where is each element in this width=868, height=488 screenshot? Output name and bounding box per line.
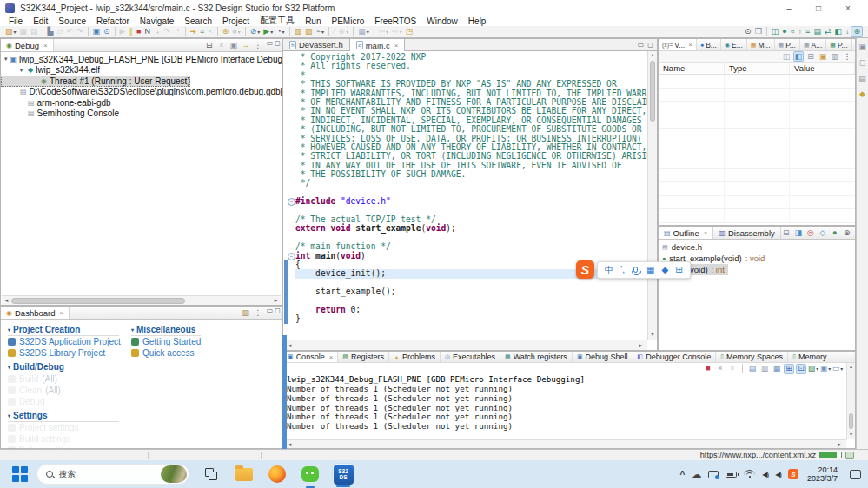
tab-debug[interactable]: ◉ Debug × (1, 39, 54, 51)
download-link-text[interactable]: https://www.nxp.../content.xml.xz (700, 451, 816, 459)
search-source-icon[interactable]: ⊙ (102, 26, 112, 37)
sort-icon[interactable]: ◨ (793, 228, 804, 238)
console-tab[interactable]: ▣Debug Shell (573, 352, 633, 362)
sogou-logo-icon[interactable]: S (576, 260, 594, 279)
console-tab[interactable]: ◎Executables (441, 352, 500, 362)
code-line[interactable]: int main(void) (295, 252, 647, 260)
search-icon[interactable]: ⊙ (743, 26, 753, 37)
dashboard-link[interactable]: S32DS Application Project (8, 336, 119, 347)
word-wrap-icon[interactable]: ▦ (772, 364, 782, 374)
menu-item[interactable]: Window (421, 16, 463, 26)
perspective-8-icon[interactable]: ◧ (832, 26, 844, 37)
remove-all-launches-icon[interactable]: × (727, 364, 738, 374)
variables-stack-tab[interactable]: ▦P... (775, 39, 800, 50)
variables-stack-tab[interactable]: (x)=V...× (659, 39, 697, 50)
variables-stack-tab[interactable]: ●B... (697, 39, 721, 50)
tab-dashboard[interactable]: ◉ Dashboard × (1, 307, 70, 319)
remove-launch-icon[interactable]: × (715, 364, 726, 374)
menu-item[interactable]: 配置工具 (255, 15, 300, 27)
editor-horizontal-scrollbar[interactable]: ◂ ▸ (283, 340, 647, 350)
variables-stack-tab[interactable]: ▦A... (800, 39, 826, 50)
dashboard-link[interactable]: Project settings (8, 422, 119, 433)
debug-launch-node[interactable]: ▾▣lwip_s32K344_Debug_FLASH_PNE [GDB PEMi… (1, 54, 282, 65)
menu-item[interactable]: PEMicro (326, 16, 369, 26)
scroll-left-icon[interactable]: ◂ (2, 297, 11, 304)
scrollbar-thumb[interactable] (849, 413, 853, 429)
clear-console-icon[interactable]: ▤ (747, 364, 758, 374)
console-tab[interactable]: ◧Debugger Console (633, 352, 717, 362)
minimized-palette-icon[interactable]: ◆ (858, 89, 868, 99)
debug-semihosting-node[interactable]: ▤Semihosting Console (1, 109, 119, 120)
ime-chinese-mode-icon[interactable]: 中 (605, 264, 613, 276)
perspective-9-icon[interactable]: ↓ (844, 26, 851, 37)
build-all-icon[interactable]: ▙ (46, 26, 56, 37)
new-wizard-icon[interactable]: ▨▾ (3, 26, 18, 37)
scroll-right-icon[interactable]: ▸ (835, 441, 845, 448)
collapse-all-icon[interactable]: ⊟ (781, 228, 792, 238)
outline-item-device-h[interactable]: ▤device.h (659, 241, 706, 253)
start-button[interactable] (12, 466, 28, 482)
debug-thread-node[interactable]: ◉Thread #1 (Running : User Request) (1, 76, 190, 87)
open-console-icon[interactable]: ▣ (91, 26, 103, 37)
scroll-right-icon[interactable]: ▸ (636, 342, 646, 349)
menu-item[interactable]: Edit (28, 16, 53, 26)
show-on-change-icon[interactable]: ▧▾ (808, 364, 818, 374)
cast-screen-icon[interactable] (708, 471, 719, 478)
scroll-down-icon[interactable]: ▾ (847, 431, 855, 439)
show-type-names-icon[interactable]: ◫ (781, 51, 792, 62)
dashboard-section-title[interactable]: ▾Settings (8, 409, 119, 422)
debug-update-icon[interactable]: ⊛ (221, 26, 231, 37)
wifi-icon[interactable] (744, 470, 755, 478)
ime-punctuation-icon[interactable]: ’, (620, 265, 625, 274)
tree-expander-icon[interactable]: ▾ (17, 67, 25, 74)
console-tab[interactable]: ▲Problems (389, 352, 441, 362)
dashboard-section-title[interactable]: ▾Project Creation (8, 323, 119, 336)
dashboard-link[interactable]: Debug (8, 396, 119, 407)
menu-item[interactable]: File (3, 16, 28, 26)
last-edit-location-icon[interactable]: ◳ (404, 26, 415, 37)
menu-item[interactable]: FreeRTOS (369, 16, 421, 26)
perspective-2-icon[interactable]: ● (780, 26, 788, 37)
new-watch-icon[interactable]: ▣ (818, 51, 828, 62)
perspective-1-icon[interactable]: ◫ (770, 26, 781, 37)
dashboard-link[interactable]: S32DS Library Project (8, 347, 119, 359)
minimize-view-icon[interactable]: ▭ (266, 39, 275, 51)
column-name[interactable]: Name (659, 63, 725, 74)
restart-icon[interactable]: N (142, 26, 152, 37)
dashboard-link[interactable]: Build (All) (8, 373, 119, 385)
minimize-view-icon[interactable]: ▭ (637, 41, 646, 49)
open-perspective-icon[interactable]: ❒ (753, 26, 764, 37)
tab-outline[interactable]: ▤ Outline × (659, 227, 713, 239)
view-menu-icon[interactable]: ⋮ (842, 51, 852, 62)
skip-breakpoints-icon[interactable]: ⊘▾ (248, 26, 262, 37)
remove-all-terminated-icon[interactable]: × (216, 40, 227, 50)
new-view-grid-icon[interactable]: ▦▾ (356, 26, 371, 37)
variables-stack-tab[interactable]: ▦M... (747, 39, 775, 50)
hide-static-icon[interactable]: ◇ (818, 228, 828, 238)
perspective-3-icon[interactable]: ≈ (789, 26, 797, 37)
pin-console-icon[interactable]: ⊞ (784, 364, 794, 374)
ime-toolbox-icon[interactable]: ⊞ (675, 265, 682, 274)
show-logical-structure-icon[interactable]: ◧ (793, 51, 804, 62)
debug-target-node[interactable]: ▾◆lwip_s32k344.elf (1, 65, 100, 76)
volume-icon[interactable]: ◀) (762, 471, 768, 478)
scroll-down-icon[interactable]: ▾ (648, 331, 657, 340)
code-line[interactable]: * THE POSSIBILITY OF SUCH DAMAGE. (295, 170, 647, 179)
window-minimize-button[interactable]: – (774, 3, 804, 13)
ime-soft-keyboard-icon[interactable]: ▦ (646, 265, 654, 274)
dashboard-section-title[interactable]: ▾Build/Debug (8, 360, 119, 373)
view-layout-icon[interactable]: ▣ (229, 40, 239, 50)
profile-icon[interactable]: ◔▾ (275, 26, 286, 37)
menu-item[interactable]: Navigate (135, 16, 179, 26)
view-menu-icon[interactable]: ⋮ (253, 40, 263, 50)
taskbar-search[interactable]: 搜索 (36, 464, 189, 485)
search-highlight-image[interactable] (161, 465, 187, 483)
editor-vertical-ruler[interactable] (283, 51, 295, 340)
editor-vertical-scrollbar[interactable]: ▴ ▾ (647, 51, 657, 340)
collapse-all-icon[interactable]: ⊟ (805, 51, 816, 62)
perspective-6-icon[interactable]: ▤ (812, 26, 823, 37)
perspective-7-icon[interactable]: ⇄ (823, 26, 833, 37)
suspend-icon[interactable]: ∥ (127, 26, 135, 37)
dashboard-link[interactable]: Clean (All) (8, 385, 119, 396)
variables-stack-tab[interactable]: ▦P... (826, 39, 851, 50)
